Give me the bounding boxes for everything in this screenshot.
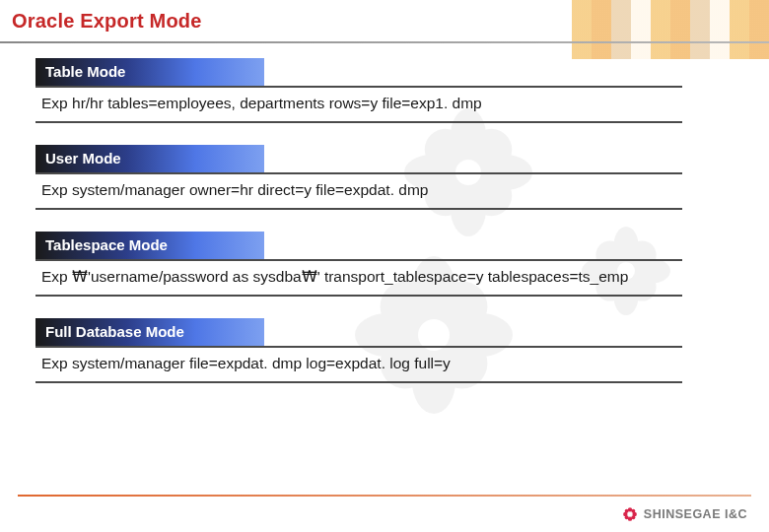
svg-point-32 xyxy=(631,509,635,513)
footer-brand-text: SHINSEGAE I&C xyxy=(644,507,747,521)
section-full-database-mode: Full Database Mode Exp system/manager fi… xyxy=(35,318,739,383)
section-table-mode: Table Mode Exp hr/hr tables=employees, d… xyxy=(35,58,739,123)
flower-logo-icon xyxy=(622,506,638,522)
section-body: Exp system/manager file=expdat. dmp log=… xyxy=(35,346,682,383)
section-body: Exp ₩'username/password as sysdba₩' tran… xyxy=(35,259,682,297)
section-user-mode: User Mode Exp system/manager owner=hr di… xyxy=(35,145,739,210)
title-row: Oracle Export Mode xyxy=(0,0,769,38)
section-title: Full Database Mode xyxy=(35,318,264,346)
svg-point-35 xyxy=(628,513,631,516)
section-body: Exp system/manager owner=hr direct=y fil… xyxy=(35,172,682,210)
section-title: Table Mode xyxy=(35,58,264,86)
footer-logo: SHINSEGAE I&C xyxy=(622,506,747,522)
svg-point-31 xyxy=(625,509,629,513)
section-body: Exp hr/hr tables=employees, departments … xyxy=(35,86,682,123)
section-title: User Mode xyxy=(35,145,264,172)
page-title: Oracle Export Mode xyxy=(12,10,202,32)
section-tablespace-mode: Tablespace Mode Exp ₩'username/password … xyxy=(35,232,739,297)
footer-rule xyxy=(18,495,751,497)
content-area: Table Mode Exp hr/hr tables=employees, d… xyxy=(0,38,769,383)
svg-point-33 xyxy=(625,515,629,519)
svg-point-34 xyxy=(631,515,635,519)
section-title: Tablespace Mode xyxy=(35,232,264,259)
